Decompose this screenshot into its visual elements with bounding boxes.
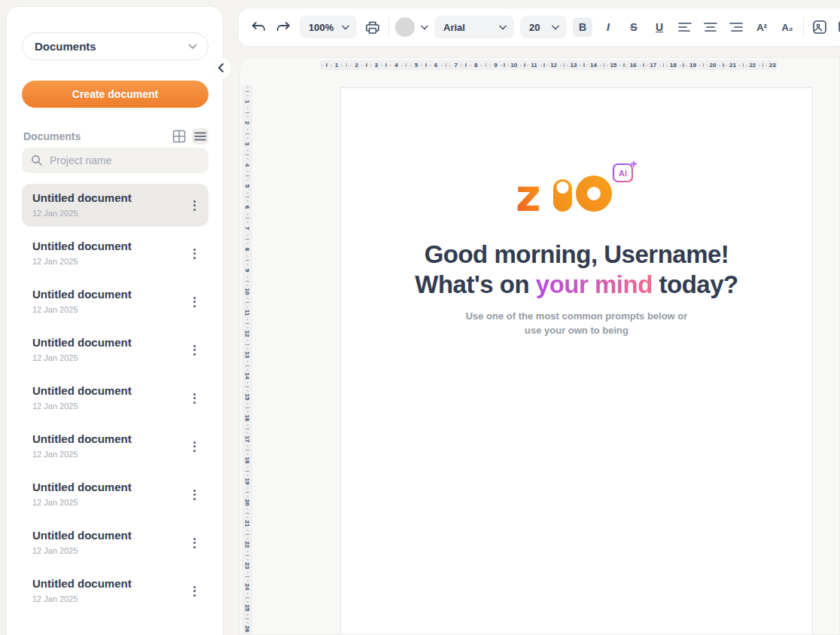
ruler-number: 11	[245, 310, 251, 316]
ruler-number: 9	[244, 269, 250, 272]
document-date: 12 Jan 2025	[32, 209, 186, 218]
ruler-unit: 20	[242, 486, 252, 507]
vertical-ruler[interactable]: 1 2 3 4 5 6 7 8 9 10	[242, 85, 252, 633]
ruler-unit: 2	[242, 106, 252, 127]
font-family-select[interactable]: Arial	[434, 16, 514, 38]
search-input[interactable]	[50, 154, 199, 166]
ruler-unit: 14	[242, 359, 252, 380]
grid-view-icon[interactable]	[171, 128, 187, 145]
zoom-select[interactable]: 100%	[300, 16, 357, 38]
document-title: Untitled document	[32, 383, 186, 398]
svg-text:z: z	[516, 170, 541, 212]
ruler-number: 1	[335, 63, 338, 69]
document-list-item[interactable]: Untitled document 12 Jan 2025	[22, 473, 208, 516]
align-left-button[interactable]	[675, 17, 695, 37]
document-list-item[interactable]: Untitled document 12 Jan 2025	[22, 280, 208, 323]
list-view-icon[interactable]	[192, 128, 208, 145]
ruler-number: 7	[244, 227, 250, 230]
horizontal-ruler[interactable]: 1 2 3 4 5 6 7 8 9 10	[320, 60, 778, 70]
kebab-menu-icon[interactable]	[187, 487, 201, 503]
document-list-item[interactable]: Untitled document 12 Jan 2025	[22, 569, 208, 612]
table-add-icon	[838, 20, 840, 35]
ruler-unit: 17	[242, 423, 252, 444]
color-swatch-icon	[395, 17, 415, 37]
document-list-item[interactable]: Untitled document 12 Jan 2025	[22, 521, 208, 564]
collapse-sidebar-button[interactable]	[210, 57, 231, 78]
print-button[interactable]	[363, 17, 382, 37]
ruler-number: 10	[245, 288, 251, 295]
align-center-icon	[704, 22, 717, 32]
formatting-toolbar: 100% Arial 20 B I S U A² A₂	[238, 8, 840, 47]
document-date: 12 Jan 2025	[32, 594, 186, 603]
kebab-menu-icon[interactable]	[187, 246, 201, 262]
ruler-unit: 9	[479, 60, 498, 70]
superscript-button[interactable]: A²	[752, 17, 772, 37]
search-icon	[31, 154, 43, 166]
kebab-menu-icon[interactable]	[187, 583, 201, 600]
ruler-number: 9	[494, 63, 497, 69]
ruler-unit: 23	[242, 549, 252, 570]
search-box[interactable]	[22, 148, 208, 173]
ruler-number: 20	[710, 63, 717, 69]
subscript-button[interactable]: A₂	[778, 17, 797, 37]
bold-button[interactable]: B	[573, 17, 592, 37]
ruler-number: 12	[245, 331, 251, 337]
chevron-down-icon	[499, 25, 507, 30]
ruler-unit: 13	[242, 338, 252, 359]
redo-button[interactable]	[274, 17, 294, 37]
document-list-item[interactable]: Untitled document 12 Jan 2025	[22, 232, 208, 275]
ruler-unit: 5	[242, 169, 252, 191]
kebab-menu-icon[interactable]	[187, 197, 201, 214]
italic-button[interactable]: I	[598, 17, 618, 37]
sidebar: Documents Create document Documents Unti…	[6, 6, 224, 635]
kebab-menu-icon[interactable]	[187, 342, 201, 359]
kebab-menu-icon[interactable]	[187, 535, 201, 551]
document-list-item[interactable]: Untitled document 12 Jan 2025	[22, 377, 208, 420]
ruler-unit: 1	[242, 85, 252, 106]
ruler-number: 21	[245, 521, 251, 527]
ruler-unit: 18	[242, 444, 252, 465]
ruler-unit: 15	[242, 380, 252, 401]
ruler-number: 17	[650, 63, 656, 69]
ruler-number: 26	[245, 626, 251, 633]
ruler-unit: 21	[242, 507, 252, 528]
create-document-button[interactable]: Create document	[22, 81, 208, 108]
font-size-select[interactable]: 20	[520, 16, 567, 38]
underline-button[interactable]: U	[650, 17, 669, 37]
kebab-menu-icon[interactable]	[187, 390, 201, 407]
insert-table-button[interactable]	[835, 17, 840, 37]
workspace-selector[interactable]: Documents	[22, 32, 208, 60]
ruler-number: 16	[630, 63, 637, 69]
document-title: Untitled document	[32, 287, 186, 302]
document-page[interactable]: z AI Good morning, Username! Wh	[340, 87, 813, 635]
ruler-unit: 1	[320, 60, 339, 70]
kebab-menu-icon[interactable]	[187, 294, 201, 310]
undo-button[interactable]	[248, 17, 268, 37]
document-title: Untitled document	[32, 528, 186, 543]
chevron-left-icon	[218, 63, 224, 72]
ruler-unit: 4	[379, 60, 399, 70]
ruler-unit: 9	[242, 254, 252, 275]
document-date: 12 Jan 2025	[32, 257, 186, 266]
strikethrough-button[interactable]: S	[624, 17, 644, 37]
align-center-button[interactable]	[701, 17, 720, 37]
chevron-down-icon	[342, 25, 349, 30]
insert-image-button[interactable]	[810, 17, 829, 37]
document-list-item[interactable]: Untitled document 12 Jan 2025	[22, 184, 208, 227]
ruler-number: 13	[571, 63, 577, 69]
kebab-menu-icon[interactable]	[187, 438, 201, 455]
ruler-number: 23	[245, 563, 251, 569]
ruler-number: 8	[244, 248, 250, 251]
ruler-unit: 22	[738, 60, 757, 70]
ruler-unit: 16	[618, 60, 638, 70]
document-list-item[interactable]: Untitled document 12 Jan 2025	[22, 425, 208, 468]
text-color-select[interactable]	[395, 17, 428, 37]
ruler-number: 8	[474, 63, 477, 69]
toolbar-divider	[388, 17, 389, 37]
ruler-unit: 20	[698, 60, 717, 70]
ruler-unit: 23	[757, 60, 777, 70]
align-right-button[interactable]	[726, 17, 746, 37]
ruler-unit: 13	[558, 60, 578, 70]
document-list-item[interactable]: Untitled document 12 Jan 2025	[22, 328, 208, 371]
ruler-unit: 10	[242, 275, 252, 296]
